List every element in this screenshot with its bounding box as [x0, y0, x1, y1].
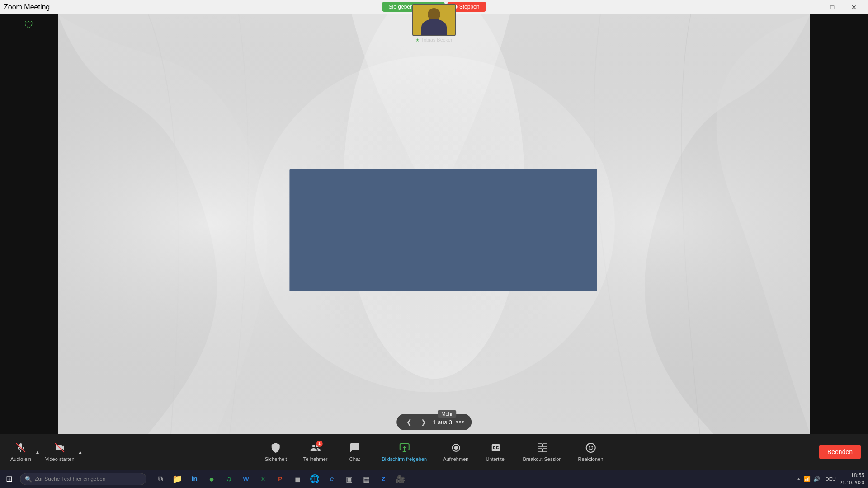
svg-rect-11 — [538, 444, 542, 447]
left-sidebar: 🛡 — [0, 14, 58, 434]
share-screen-icon — [399, 442, 410, 455]
taskbar-app-camera[interactable]: 🎥 — [392, 471, 409, 487]
search-icon: 🔍 — [25, 476, 32, 483]
taskbar-app-4[interactable]: ● — [203, 471, 220, 487]
close-button[interactable]: ✕ — [844, 0, 864, 14]
language-indicator: DEU — [826, 476, 836, 482]
slide-background — [58, 14, 810, 434]
slide-navigation: ❮ ❯ 1 aus 3 ••• — [396, 414, 472, 430]
audio-group: Audio ein ▲ — [7, 441, 41, 464]
taskbar-app-3[interactable]: in — [186, 471, 203, 487]
reactions-button[interactable]: Reaktionen — [576, 441, 606, 464]
clock-date: 21.10.2020 — [840, 479, 864, 486]
breakout-icon — [537, 442, 548, 455]
cc-icon — [490, 442, 501, 455]
zoom-window: Zoom Meeting — □ ✕ Sie geben Folien frei… — [0, 0, 868, 470]
svg-rect-12 — [543, 444, 547, 447]
clock-time: 18:55 — [840, 472, 864, 479]
cc-label: Untertitel — [486, 456, 505, 462]
chat-button[interactable]: Chat — [341, 441, 368, 464]
video-chevron-button[interactable]: ▲ — [77, 450, 84, 455]
svg-point-10 — [454, 446, 458, 450]
tray-arrow[interactable]: ▲ — [797, 476, 801, 481]
slide-content-box — [289, 169, 597, 291]
record-icon — [450, 442, 461, 455]
reactions-icon — [585, 442, 596, 455]
taskbar-app-excel[interactable]: X — [255, 471, 271, 487]
reactions-label: Reaktionen — [578, 456, 604, 462]
toolbar-left-group: Audio ein ▲ Video starten ▲ — [7, 441, 83, 464]
task-view-button[interactable]: ⧉ — [152, 471, 168, 487]
search-placeholder: Zur Suche Text hier eingeben — [35, 476, 106, 482]
taskbar-right-area: ▲ 📶 🔊 DEU 18:55 21.10.2020 — [793, 472, 868, 486]
toolbar-center-group: Sicherheit 1 Teilnehmer — [262, 441, 606, 464]
taskbar-app-spotify[interactable]: ♫ — [221, 471, 237, 487]
record-label: Aufnehmen — [443, 456, 468, 462]
security-button[interactable]: Sicherheit — [262, 441, 290, 464]
cc-button[interactable]: Untertitel — [482, 441, 509, 464]
windows-taskbar: ⊞ 🔍 Zur Suche Text hier eingeben ⧉ 📁 in … — [0, 470, 868, 488]
window-controls: — □ ✕ — [800, 0, 864, 14]
slide-counter: 1 aus 3 — [433, 419, 452, 426]
participants-label: Teilnehmer — [303, 456, 328, 462]
taskbar-app-edge[interactable]: e — [324, 471, 340, 487]
volume-icon: 🔊 — [813, 476, 820, 482]
participants-icon: 1 — [310, 442, 321, 455]
avatar-body — [421, 19, 447, 35]
chat-label: Chat — [349, 456, 360, 462]
prev-slide-button[interactable]: ❮ — [404, 417, 415, 427]
slide-more-button[interactable]: ••• — [456, 418, 464, 426]
taskbar-app-9[interactable]: ◼ — [289, 471, 306, 487]
chat-icon — [349, 442, 360, 455]
start-button[interactable]: ⊞ — [0, 470, 18, 488]
taskbar-search-box[interactable]: 🔍 Zur Suche Text hier eingeben — [20, 473, 146, 485]
record-button[interactable]: Aufnehmen — [440, 441, 471, 464]
video-button[interactable]: Video starten — [42, 441, 77, 464]
audio-chevron-button[interactable]: ▲ — [34, 450, 41, 455]
svg-point-15 — [586, 443, 595, 452]
minimize-button[interactable]: — — [800, 0, 821, 14]
svg-marker-8 — [402, 446, 406, 450]
network-icon: 📶 — [804, 476, 811, 482]
video-group: Video starten ▲ — [42, 441, 84, 464]
svg-point-17 — [591, 446, 593, 447]
taskbar-clock: 18:55 21.10.2020 — [840, 472, 864, 486]
taskbar-app-11[interactable]: ▣ — [341, 471, 357, 487]
svg-point-16 — [589, 446, 590, 447]
taskbar-app-word[interactable]: W — [238, 471, 254, 487]
main-content-area: 🛡 — [0, 14, 868, 434]
participants-badge: 1 — [316, 441, 323, 447]
audio-icon — [15, 442, 26, 455]
svg-rect-13 — [538, 449, 542, 452]
taskbar-app-zoom[interactable]: Z — [375, 471, 392, 487]
presentation-area — [58, 14, 810, 434]
participant-name-label: ★ Tobias Becker — [412, 37, 456, 42]
audio-button[interactable]: Audio ein — [7, 441, 34, 464]
maximize-button[interactable]: □ — [822, 0, 843, 14]
taskbar-app-ppt[interactable]: P — [272, 471, 288, 487]
svg-rect-14 — [543, 449, 547, 452]
breakout-button[interactable]: Breakout Session — [520, 441, 564, 464]
window-title: Zoom Meeting — [4, 3, 50, 11]
next-slide-button[interactable]: ❯ — [418, 417, 429, 427]
breakout-label: Breakout Session — [523, 456, 561, 462]
share-screen-button[interactable]: Bildschirm freigeben — [379, 441, 429, 464]
video-label: Video starten — [45, 456, 75, 462]
meeting-toolbar: Audio ein ▲ Video starten ▲ — [0, 434, 868, 470]
system-tray-icons: ▲ 📶 🔊 — [793, 476, 824, 482]
taskbar-app-12[interactable]: ▦ — [358, 471, 374, 487]
security-shield-icon: 🛡 — [24, 20, 33, 30]
security-label: Sicherheit — [265, 456, 287, 462]
video-icon — [54, 442, 65, 455]
participants-button[interactable]: 1 Teilnehmer — [301, 441, 330, 464]
taskbar-apps: ⧉ 📁 in ● ♫ W X P ◼ 🌐 e ▣ ▦ Z 🎥 — [152, 471, 409, 487]
toolbar-right-group: Beenden — [819, 445, 861, 459]
file-explorer-icon[interactable]: 📁 — [169, 471, 185, 487]
audio-label: Audio ein — [10, 456, 31, 462]
share-screen-label: Bildschirm freigeben — [382, 456, 427, 462]
right-sidebar — [810, 14, 868, 434]
security-icon — [270, 442, 281, 455]
taskbar-app-chrome[interactable]: 🌐 — [307, 471, 323, 487]
mehr-tooltip: Mehr — [438, 410, 456, 418]
end-meeting-button[interactable]: Beenden — [819, 445, 861, 459]
